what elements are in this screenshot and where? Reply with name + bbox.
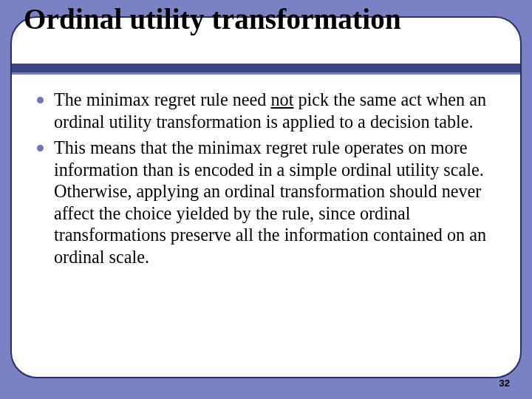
bullet-text: This means that the minimax regret rule …	[54, 137, 492, 267]
slide-title: Ordinal utility transformation	[21, 4, 404, 35]
bullet-list: The minimax regret rule need not pick th…	[37, 89, 492, 272]
underlined-text: not	[271, 89, 294, 109]
text-segment: This means that the minimax regret rule …	[54, 137, 486, 267]
title-underline-bar	[12, 64, 520, 72]
bullet-icon	[37, 145, 44, 151]
text-segment: The minimax regret rule need	[54, 89, 271, 109]
list-item: This means that the minimax regret rule …	[37, 137, 492, 267]
page-number: 32	[499, 378, 510, 389]
slide-card: Ordinal utility transformation The minim…	[10, 16, 522, 378]
bullet-icon	[37, 97, 44, 103]
list-item: The minimax regret rule need not pick th…	[37, 89, 492, 132]
bullet-text: The minimax regret rule need not pick th…	[54, 89, 492, 132]
